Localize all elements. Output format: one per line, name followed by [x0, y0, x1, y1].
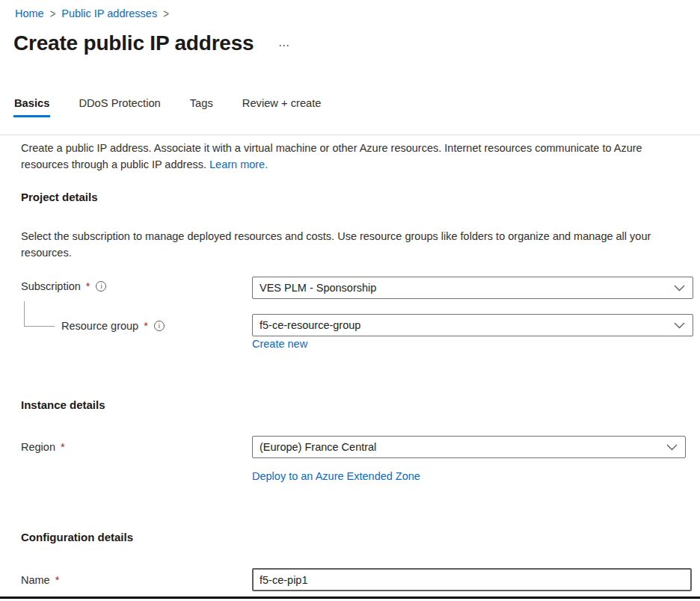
field-connector-line	[24, 301, 55, 327]
intro-description: Create a public IP address. Associate it…	[21, 142, 642, 170]
chevron-right-icon: >	[163, 7, 169, 21]
required-asterisk: *	[86, 280, 90, 292]
resource-group-value: f5-ce-resource-group	[260, 319, 360, 331]
project-details-description: Select the subscription to manage deploy…	[21, 229, 684, 261]
breadcrumb-home-link[interactable]: Home	[15, 7, 44, 19]
info-icon[interactable]: i	[96, 281, 106, 292]
page-title: Create public IP address	[13, 31, 254, 55]
configuration-details-heading: Configuration details	[21, 531, 133, 543]
tab-basics[interactable]: Basics	[13, 96, 50, 117]
chevron-down-icon	[674, 322, 685, 329]
region-label: Region *	[21, 441, 65, 453]
deploy-extended-zone-link[interactable]: Deploy to an Azure Extended Zone	[252, 470, 420, 482]
resource-group-label-text: Resource group	[61, 320, 138, 332]
region-value: (Europe) France Central	[260, 441, 376, 453]
tab-divider	[0, 135, 700, 135]
required-asterisk: *	[144, 320, 148, 332]
more-options-icon[interactable]: ⋯	[275, 37, 293, 54]
create-new-resource-group-link[interactable]: Create new	[252, 338, 307, 350]
required-asterisk: *	[61, 441, 65, 453]
name-label: Name *	[21, 574, 59, 586]
required-asterisk: *	[55, 574, 60, 586]
intro-text: Create a public IP address. Associate it…	[21, 141, 679, 173]
chevron-down-icon	[674, 285, 685, 292]
region-dropdown[interactable]: (Europe) France Central	[252, 436, 686, 458]
subscription-value: VES PLM - Sponsorship	[260, 282, 376, 294]
learn-more-link[interactable]: Learn more.	[209, 158, 268, 170]
region-label-text: Region	[21, 441, 55, 453]
project-details-heading: Project details	[21, 191, 98, 203]
subscription-label-text: Subscription	[21, 280, 81, 292]
breadcrumb: Home > Public IP addresses >	[15, 7, 175, 19]
subscription-dropdown[interactable]: VES PLM - Sponsorship	[252, 277, 693, 299]
tab-bar: Basics DDoS Protection Tags Review + cre…	[13, 96, 350, 117]
subscription-label: Subscription * i	[21, 280, 106, 292]
instance-details-heading: Instance details	[21, 398, 105, 411]
name-label-text: Name	[21, 574, 50, 586]
breadcrumb-public-ip-addresses-link[interactable]: Public IP addresses	[61, 7, 157, 19]
chevron-down-icon	[666, 444, 678, 451]
tab-ddos-protection[interactable]: DDoS Protection	[78, 96, 161, 117]
tab-tags[interactable]: Tags	[189, 96, 214, 117]
resource-group-dropdown[interactable]: f5-ce-resource-group	[252, 314, 693, 336]
info-icon[interactable]: i	[154, 321, 165, 331]
chevron-right-icon: >	[50, 7, 56, 21]
create-public-ip-page: Home > Public IP addresses > Create publ…	[0, 0, 700, 601]
resource-group-label: Resource group * i	[61, 320, 165, 332]
tab-review-create[interactable]: Review + create	[242, 96, 322, 117]
window-bottom-edge	[0, 597, 700, 599]
name-input[interactable]	[252, 568, 692, 591]
